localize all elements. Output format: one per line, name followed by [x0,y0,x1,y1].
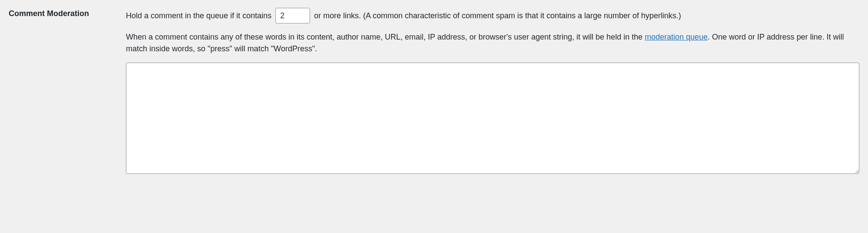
description-before-link: When a comment contains any of these wor… [126,33,645,41]
hold-text-after: or more links. (A common characteristic … [314,11,681,20]
comment-moderation-section: Comment Moderation Hold a comment in the… [9,8,859,177]
section-title: Comment Moderation [9,9,89,18]
hold-text-before: Hold a comment in the queue if it contai… [126,11,274,20]
moderation-description: When a comment contains any of these wor… [126,31,859,55]
moderation-queue-link[interactable]: moderation queue [645,33,708,41]
max-links-row: Hold a comment in the queue if it contai… [126,8,859,23]
moderation-keys-row [126,63,859,177]
moderation-keys-textarea[interactable] [126,63,859,174]
max-links-input[interactable] [275,8,310,23]
